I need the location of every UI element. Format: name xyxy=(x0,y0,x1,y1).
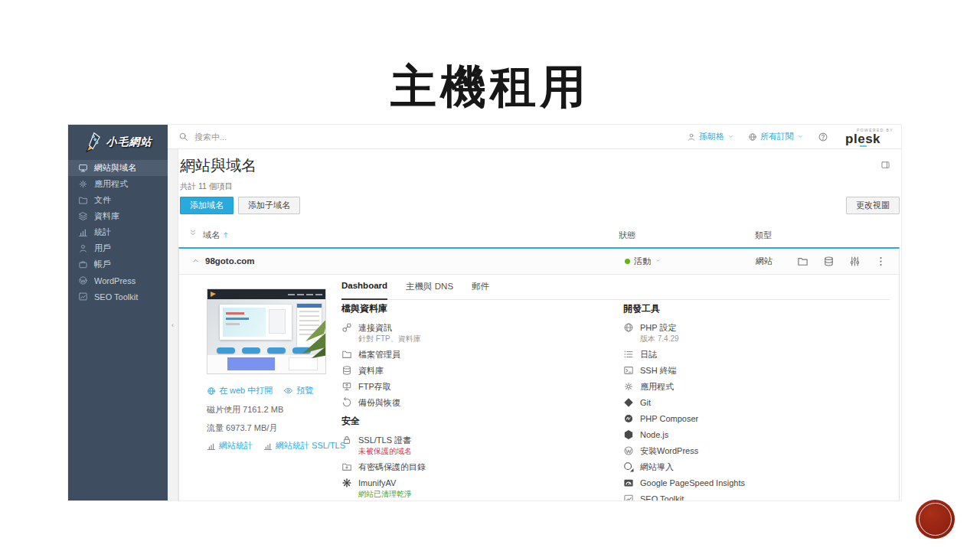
site-logo-text: 小毛網站 xyxy=(106,135,152,149)
section-title: 開發工具 xyxy=(623,302,884,315)
domain-status[interactable]: 活動 xyxy=(625,249,662,273)
sidebar-item-databases[interactable]: 資料庫 xyxy=(68,208,168,224)
lock-icon xyxy=(341,435,352,445)
user-menu[interactable]: 孫朝格 xyxy=(687,131,734,142)
sidebar-item-wordpress[interactable]: WordPress xyxy=(68,272,168,289)
sidebar-item-statistics[interactable]: 統計 xyxy=(68,224,168,240)
bar-chart-icon xyxy=(263,442,273,451)
protected-folder-icon xyxy=(341,461,352,472)
user-icon xyxy=(687,132,696,142)
settings-sliders-icon[interactable] xyxy=(849,256,861,267)
tool-item-ssh-terminal[interactable]: SSH 終端 xyxy=(623,365,884,376)
tool-item-php-composer[interactable]: PHP Composer xyxy=(623,413,884,424)
tool-item-nodejs[interactable]: Node.js xyxy=(623,429,884,440)
tool-item-site-import[interactable]: 網站導入 xyxy=(623,461,884,472)
web-statistics-ssl-link[interactable]: 網站統計 SSL/TLS xyxy=(263,440,345,452)
tool-label: 安裝WordPress xyxy=(640,445,698,456)
section-title: 檔與資料庫 xyxy=(341,302,602,315)
sidebar-collapse-handle[interactable]: ‹ xyxy=(168,149,178,500)
sidebar-item-files[interactable]: 文件 xyxy=(68,192,168,208)
collapse-row-icon[interactable] xyxy=(191,256,200,266)
sidebar-item-seo-toolkit[interactable]: SEO Toolkit xyxy=(68,289,168,305)
thumb-header-bar xyxy=(207,289,325,299)
change-view-button[interactable]: 更改視圖 xyxy=(846,197,900,214)
subscriptions-menu[interactable]: 所有訂閱 xyxy=(748,131,804,142)
topbar: 孫朝格 所有訂閱 POWERED BY plesk xyxy=(168,125,902,149)
topbar-right: 孫朝格 所有訂閱 POWERED BY plesk xyxy=(687,129,893,145)
sidebar-item-account[interactable]: 帳戶 xyxy=(68,256,168,272)
site-preview-thumbnail[interactable] xyxy=(207,289,326,374)
tool-item-php-settings[interactable]: PHP 設定版本 7.4.29 xyxy=(623,322,884,344)
layers-icon xyxy=(78,211,88,221)
tool-item-ftp-access[interactable]: FTP存取 xyxy=(341,381,602,392)
tool-item-git[interactable]: Git xyxy=(623,397,884,408)
items-count: 共計 11 個項目 xyxy=(180,181,233,192)
tool-item-applications[interactable]: 應用程式 xyxy=(623,381,884,392)
sidebar-menu: 網站與域名應用程式文件資料庫統計用戶帳戶WordPressSEO Toolkit xyxy=(68,160,168,305)
tool-note: 版本 7.4.29 xyxy=(640,334,679,344)
open-in-web-link[interactable]: 在 web 中打開 xyxy=(207,385,273,396)
tool-item-imunifyav[interactable]: ImunifyAV網站已清理乾淨 xyxy=(341,478,602,499)
search-input[interactable] xyxy=(194,132,424,142)
more-options-icon[interactable] xyxy=(875,256,887,267)
tool-item-install-wordpress[interactable]: 安裝WordPress xyxy=(623,445,884,456)
tab-hosting-dns[interactable]: 主機與 DNS xyxy=(406,281,453,292)
tool-item-pagespeed[interactable]: Google PageSpeed Insights xyxy=(623,478,884,488)
seo-icon xyxy=(78,292,88,302)
tool-note: 網站已清理乾淨 xyxy=(358,489,412,499)
wordpress-icon xyxy=(78,276,88,285)
domain-type: 網站 xyxy=(756,249,773,273)
tab-dashboard[interactable]: Dashboard xyxy=(341,281,387,292)
terminal-icon xyxy=(623,365,634,376)
tool-label: 有密碼保護的目錄 xyxy=(358,461,426,472)
thumb-logo xyxy=(211,292,216,297)
site-logo-pencil-icon xyxy=(84,132,103,154)
add-subdomain-button[interactable]: 添加子域名 xyxy=(238,197,300,214)
files-icon[interactable] xyxy=(797,256,808,267)
column-header-domain[interactable]: 域名 xyxy=(203,230,230,241)
tool-item-file-manager[interactable]: 檔案管理員 xyxy=(341,349,602,360)
chevron-down-icon xyxy=(797,133,804,140)
presentation-slide: 主機租用 小毛網站 網站與域名應用程式文件資料庫統計用戶帳戶WordPressS… xyxy=(0,0,980,551)
search-icon xyxy=(178,132,188,142)
domain-row-actions xyxy=(797,249,887,274)
sidebar-item-label: 統計 xyxy=(94,227,111,238)
tool-label: Node.js xyxy=(640,429,668,440)
tool-label: FTP存取 xyxy=(358,381,391,392)
help-icon[interactable] xyxy=(818,132,828,142)
tool-item-logs[interactable]: 日誌 xyxy=(623,349,884,360)
tool-item-ssl-certificates[interactable]: SSL/TLS 證書未被保護的域名 xyxy=(341,435,602,456)
domain-card: 98goto.com 活動 網站 xyxy=(178,247,900,500)
sidebar-item-applications[interactable]: 應用程式 xyxy=(68,176,168,192)
red-seal-stamp xyxy=(916,500,955,539)
pagespeed-icon xyxy=(623,478,634,488)
gear-solid-icon xyxy=(341,478,352,488)
tool-item-backup-restore[interactable]: 備份與恢復 xyxy=(341,397,602,408)
collapse-all-icon[interactable] xyxy=(189,229,197,238)
add-domain-button[interactable]: 添加域名 xyxy=(180,197,234,214)
tool-item-password-protected-dirs[interactable]: 有密碼保護的目錄 xyxy=(341,461,602,472)
sidebar-item-websites-domains[interactable]: 網站與域名 xyxy=(68,160,168,176)
disk-usage: 磁片使用 7161.2 MB xyxy=(207,404,283,416)
tool-item-databases[interactable]: 資料庫 xyxy=(341,365,602,376)
sidebar-item-users[interactable]: 用戶 xyxy=(68,240,168,256)
list-icon xyxy=(623,349,634,360)
site-logo[interactable]: 小毛網站 xyxy=(68,125,168,160)
web-statistics-link[interactable]: 網站統計 xyxy=(207,440,253,452)
thumb-banner xyxy=(227,357,275,370)
sidebar-item-label: SEO Toolkit xyxy=(94,292,138,302)
preview-link[interactable]: 預覽 xyxy=(283,385,313,396)
tab-mail[interactable]: 郵件 xyxy=(472,281,489,292)
monitor-icon xyxy=(78,163,88,173)
briefcase-icon xyxy=(78,259,88,269)
bar-chart-icon xyxy=(207,442,216,451)
main-content: 網站與域名 共計 11 個項目 添加域名 添加子域名 更改視圖 域名 狀態 類型 xyxy=(178,149,901,500)
panel-toggle-icon[interactable] xyxy=(880,160,890,171)
db-icon xyxy=(341,365,352,376)
database-icon[interactable] xyxy=(823,256,835,267)
tool-item-connection-info[interactable]: 連接資訊針對 FTP、資料庫 xyxy=(341,322,602,344)
section-title: 安全 xyxy=(341,415,602,428)
domain-name[interactable]: 98goto.com xyxy=(205,249,255,273)
tool-item-seo-toolkit[interactable]: SEO Toolkit xyxy=(623,494,884,501)
tool-label: 網站導入 xyxy=(640,461,674,472)
